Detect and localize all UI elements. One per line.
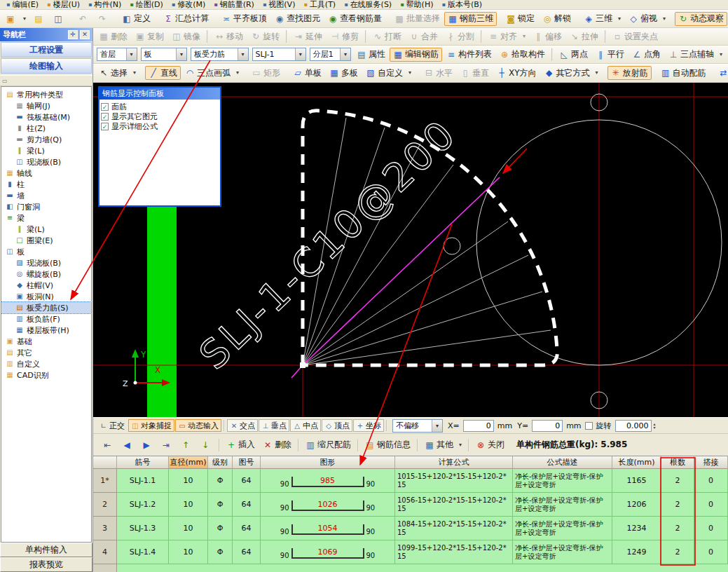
table-toolbar-button[interactable]: ⇥ xyxy=(158,438,177,452)
toolbar-button[interactable]: ◇ 俯视 xyxy=(625,12,661,26)
report-preview-button[interactable]: 报表预览 xyxy=(0,557,92,572)
tree-item[interactable]: ▮ 柱 xyxy=(1,179,91,190)
toolbar-button[interactable] xyxy=(365,30,366,43)
table-toolbar-button[interactable] xyxy=(219,439,220,451)
tree-item[interactable]: ≡ 梁 xyxy=(1,212,91,224)
checkbox-checked-icon[interactable]: ✓ xyxy=(101,123,109,130)
table-toolbar-button[interactable]: ↓ xyxy=(197,438,216,452)
toolbar-button[interactable]: ▤ 属性 xyxy=(353,48,389,62)
toolbar-button[interactable]: ↘ 拉伸 xyxy=(566,29,602,43)
toolbar-button[interactable]: ⇥ 延伸 xyxy=(290,29,326,43)
toolbar-button[interactable]: ┼ XY方向 xyxy=(493,66,540,80)
toolbar-button[interactable]: ◺ 两点 xyxy=(556,48,591,62)
menu-item[interactable]: ▪ 钢筋量(R) xyxy=(210,0,258,10)
toolbar-button[interactable]: ∪ 合并 xyxy=(406,29,441,43)
snap-toggle[interactable]: ◫ 对象捕捉 xyxy=(128,419,174,432)
table-toolbar-button[interactable]: ◀ xyxy=(118,438,137,452)
tree-item[interactable]: ▬ 墙 xyxy=(1,190,91,201)
checkbox-checked-icon[interactable]: ✓ xyxy=(101,103,109,111)
chevron-down-icon[interactable]: ▾ xyxy=(340,48,350,60)
toolbar-button[interactable]: ↷ xyxy=(94,12,113,26)
chevron-down-icon[interactable]: ▾ xyxy=(432,420,442,432)
toolbar-button[interactable]: ▣ 复制 xyxy=(132,29,167,43)
toolbar-button[interactable]: ◙ 锁定 xyxy=(502,12,538,26)
snap-toggle[interactable]: △ 中点 xyxy=(290,419,321,432)
snap-toggle[interactable]: ✕ 交点 xyxy=(227,419,258,432)
tree-item[interactable]: ▣ 基础 xyxy=(1,336,91,347)
toolbar-button[interactable]: ◫ xyxy=(50,12,69,26)
toolbar-button[interactable]: ≡ 对齐 xyxy=(485,29,521,43)
toolbar-button[interactable]: ▾ xyxy=(521,29,529,43)
table-toolbar-button[interactable]: ▤ 钢筋信息 xyxy=(362,438,414,452)
toolbar-button[interactable]: ∥ 平行 xyxy=(592,48,628,62)
toolbar-button[interactable] xyxy=(605,30,606,43)
toolbar-button[interactable]: ⊥ 三点辅轴 xyxy=(665,48,717,62)
header-cell[interactable]: 直径(mm) xyxy=(169,456,208,469)
toolbar-button[interactable]: ◉ 查找图元 xyxy=(271,12,324,26)
toolbar-button[interactable]: ▧ 自定义 xyxy=(362,66,406,80)
menu-item[interactable]: ▪ 构件(N) xyxy=(85,0,125,10)
close-icon[interactable]: ✕ xyxy=(80,30,90,39)
tree-item[interactable]: ▬ 剪力墙(Q) xyxy=(1,134,91,145)
rebar-name-combo[interactable]: SLJ-1 ▾ xyxy=(252,48,306,61)
toolbar-button[interactable]: ▾ xyxy=(132,66,139,80)
tree-item[interactable]: ▦ 楼层板带(H) xyxy=(1,325,91,336)
rebar-display-panel[interactable]: 钢筋显示控制面板 ✓ 面筋 ✓ 显示其它图元 ✓ 显示详细公式 xyxy=(98,86,221,207)
toolbar-button[interactable]: ▯ 垂直 xyxy=(457,66,493,80)
toolbar-button[interactable]: ↶ xyxy=(74,12,93,26)
floor-combo[interactable]: 首层 ▾ xyxy=(97,48,137,61)
toolbar-button[interactable]: Σ 汇总计算 xyxy=(160,12,212,26)
toolbar-button[interactable]: ▦ 多板 xyxy=(326,66,362,80)
table-row[interactable]: 3 SLJ-1.3 10 Φ 64 90 1054 90 1084-15+120… xyxy=(93,517,728,540)
header-cell[interactable]: 计算公式 xyxy=(395,456,513,469)
rotate-input[interactable] xyxy=(615,420,652,432)
toolbar-button[interactable]: ◆ 其它方式 xyxy=(541,66,593,80)
toolbar-button[interactable]: ⊟ 水平 xyxy=(420,66,456,80)
table-row[interactable]: 4 SLJ-1.4 10 Φ 64 90 1069 90 1099-15+120… xyxy=(93,540,728,564)
checkbox-checked-icon[interactable]: ✓ xyxy=(101,113,109,121)
toolbar-button[interactable]: ≍ 平齐板顶 xyxy=(218,12,270,26)
menu-item[interactable]: ▪ 在线服务(S) xyxy=(341,0,395,10)
toolbar-button[interactable]: ▣ xyxy=(2,12,21,26)
snap-toggle[interactable] xyxy=(386,420,387,431)
tree-item[interactable]: ▦ 轴线 xyxy=(1,168,91,179)
tree-item[interactable]: ▥ 自定义 xyxy=(1,358,91,369)
table-toolbar-button[interactable]: ↑ xyxy=(177,438,196,452)
tree-item[interactable]: ◫ 现浇板(B) xyxy=(1,156,91,168)
header-cell[interactable]: 根数 xyxy=(661,456,694,469)
menu-item[interactable]: ▪ 绘图(D) xyxy=(126,0,166,10)
rotate-checkbox[interactable] xyxy=(585,422,593,430)
table-toolbar-button[interactable]: ⊗ 关闭 xyxy=(472,438,508,452)
toolbar-button[interactable]: ▦ 批量选择 xyxy=(391,12,444,26)
header-cell[interactable]: 长度(mm) xyxy=(612,456,661,469)
project-settings-button[interactable]: 工程设置 xyxy=(1,42,92,57)
table-row[interactable]: 2 SLJ-1.2 10 Φ 64 90 1026 90 1056-15+120… xyxy=(93,493,728,517)
toolbar-button[interactable]: ◎ 解锁 xyxy=(539,12,575,26)
table-toolbar-button[interactable] xyxy=(417,439,418,451)
rebar-display-panel-title[interactable]: 钢筋显示控制面板 xyxy=(99,88,220,100)
toolbar-button[interactable]: ▤ xyxy=(30,12,49,26)
toolbar-button[interactable]: ▦ 钢筋三维 xyxy=(444,12,497,26)
tree-item[interactable]: ◎ 螺旋板(B) xyxy=(1,268,91,280)
toolbar-button[interactable]: ↔ 移动 xyxy=(211,29,247,43)
header-cell[interactable]: 公式描述 xyxy=(513,456,612,469)
toolbar-button[interactable]: ⊕ 拾取构件 xyxy=(496,48,549,62)
toolbar-button[interactable]: ↖ 选择 xyxy=(95,66,131,80)
tree-item[interactable]: □ 圈梁(E) xyxy=(1,235,91,246)
snap-toggle[interactable]: ⊥ 垂点 xyxy=(259,419,289,432)
menu-item[interactable]: ▪ 工具(T) xyxy=(300,0,339,10)
chevron-down-icon[interactable]: ▾ xyxy=(238,48,248,60)
row-number-cell[interactable]: 2 xyxy=(93,493,117,517)
toolbar-button[interactable]: ▭ 矩形 xyxy=(248,66,284,80)
snap-toggle[interactable]: + 坐标 xyxy=(353,419,384,432)
tree-item[interactable]: ◧ 门窗洞 xyxy=(1,201,91,212)
tree-item[interactable]: ▥ 板负筋(F) xyxy=(1,313,91,325)
menu-item[interactable]: ▪ 修改(M) xyxy=(168,0,210,10)
chevron-down-icon[interactable]: ▾ xyxy=(126,48,137,60)
y-coordinate-input[interactable] xyxy=(532,420,563,432)
tree-item[interactable]: ◫ 板 xyxy=(1,246,91,257)
header-cell[interactable]: 搭接 xyxy=(694,456,728,469)
table-toolbar-button[interactable]: ▶ xyxy=(138,438,157,452)
toolbar-button[interactable]: ▾ xyxy=(718,48,726,62)
table-toolbar-button[interactable]: ✕ 删除 xyxy=(259,438,295,452)
